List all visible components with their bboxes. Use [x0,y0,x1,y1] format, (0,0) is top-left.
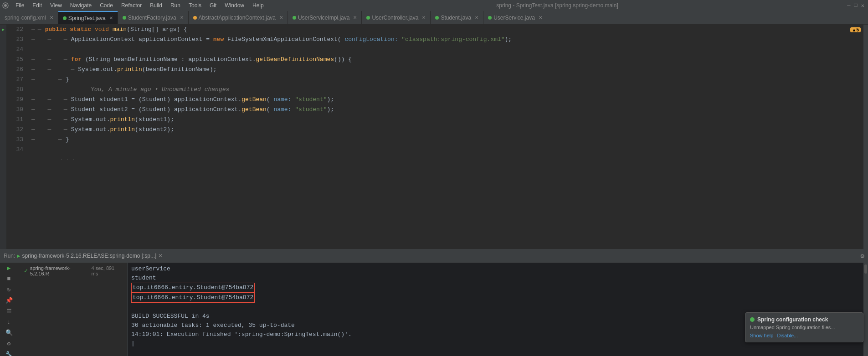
menu-code[interactable]: Code [96,1,117,10]
menu-window[interactable]: Window [221,1,248,10]
menu-help[interactable]: Help [249,1,267,10]
tab-abstractapp-close[interactable]: ✕ [279,15,283,20]
menu-edit[interactable]: Edit [29,1,46,10]
disable-link[interactable]: Disable... [777,333,798,338]
tab-springtest-dot [63,16,67,20]
svg-point-1 [4,4,7,7]
window-title: spring - SpringTest.java [spring.spring-… [268,2,847,9]
menu-bar: File Edit View Navigate Code Refactor Bu… [0,0,868,11]
line-num-28: 28 [6,85,23,95]
run-entry-list: ✓ spring-framework-5.2.16.R 4 sec, 891 m… [18,263,127,356]
maximize-button[interactable]: □ [854,2,858,9]
spring-popup-links: Show help Disable... [750,333,858,338]
alert-badge: ▲5 [850,27,861,32]
tab-userserviceimpl[interactable]: UserServiceImpl.java ✕ [288,11,362,25]
scrollbar-thumb[interactable] [864,264,867,274]
tab-usercontroller-dot [366,16,370,20]
menu-view[interactable]: View [46,1,66,10]
tab-student[interactable]: Student.java ✕ [431,11,483,25]
code-line-34 [31,145,863,155]
run-config-label[interactable]: spring-framework-5.2.16.RELEASE:spring-d… [22,253,157,259]
output-line-4: top.it6666.entiry.Student@754ba872 [131,293,860,303]
tab-student-label: Student.java [441,15,471,21]
run-btn[interactable]: ▶ [17,253,20,259]
run-filter-icon[interactable]: ☰ [4,308,14,315]
main-area: ▲5 ▶ 22 23 24 25 26 27 28 29 30 31 32 33 [0,25,868,249]
code-editor[interactable]: ▲5 ▶ 22 23 24 25 26 27 28 29 30 31 32 33 [0,25,868,249]
git-dashes-31: — — — [31,115,67,125]
right-scrollbar[interactable] [863,25,868,249]
line-num-33: 33 [6,135,23,145]
menu-file[interactable]: File [12,1,28,10]
line-num-31: 31 [6,115,23,125]
tab-studentfactory-close[interactable]: ✕ [180,15,184,20]
highlighted-output-1: top.it6666.entiry.Student@754ba872 [131,283,255,293]
run-entry-label: spring-framework-5.2.16.R [30,265,87,276]
menu-refactor[interactable]: Refactor [118,1,145,10]
tab-usercontroller-label: UserController.java [372,15,418,21]
code-line-26: — — — System.out.println(beanDefinitionN… [31,65,863,75]
git-dashes-23: — — — [31,35,67,45]
run-entry-item[interactable]: ✓ spring-framework-5.2.16.R 4 sec, 891 m… [20,264,125,277]
run-scroll-icon[interactable]: ↓ [4,319,14,325]
tab-userserviceimpl-dot [293,16,296,20]
run-play-icon[interactable]: ▶ [4,264,14,272]
menu-git[interactable]: Git [206,1,220,10]
run-settings2-icon[interactable]: ⚙ [4,340,14,347]
git-dashes-22: —— [31,25,41,35]
line-num-26: 26 [6,65,23,75]
run-wrench-icon[interactable]: 🔧 [4,351,14,356]
tab-userservice[interactable]: UserService.java ✕ [483,11,547,25]
code-line-29: — — — Student student1 = (Student) appli… [31,95,863,105]
tab-spring-config-close[interactable]: ✕ [50,15,53,20]
code-line-33: — — } [31,135,863,145]
code-line-28: You, A minute ago • Uncommitted changes [31,85,863,95]
git-dashes-26: — — — [31,65,74,75]
run-pin-icon[interactable]: 📌 [4,297,14,304]
menu-build[interactable]: Build [146,1,166,10]
bottom-content: ▶ ■ ↻ 📌 ☰ ↓ 🔍 ⚙ 🔧 ✓ spring-framework-5.2… [0,263,868,356]
run-settings-icon[interactable]: ⚙ [861,252,864,260]
app-logo [2,2,9,9]
run-find-icon[interactable]: 🔍 [4,329,14,336]
run-label: Run: [4,253,15,259]
run-stop-icon[interactable]: ■ [4,275,14,282]
code-line-27: — — } [31,75,863,85]
code-line-24 [31,45,863,55]
minimize-button[interactable]: ─ [847,2,850,9]
line-num-29: 29 [6,95,23,105]
run-rerun-icon[interactable]: ↻ [4,286,14,293]
tab-studentfactory-dot [123,16,126,20]
tab-springtest[interactable]: SpringTest.java ✕ [58,11,118,25]
tab-abstractapp[interactable]: AbstractApplicationContext.java ✕ [189,11,288,25]
tab-student-close[interactable]: ✕ [475,15,478,20]
code-line-23: — — — ApplicationContext applicationCont… [31,35,863,45]
line-num-27: 27 [6,75,23,85]
tab-spring-config[interactable]: spring-config.xml ✕ [0,11,58,25]
tab-studentfactory[interactable]: StudentFactory.java ✕ [118,11,189,25]
highlighted-output-2: top.it6666.entiry.Student@754ba872 [131,293,255,303]
output-scrollbar[interactable] [863,263,868,356]
tab-usercontroller-close[interactable]: ✕ [422,15,426,20]
tab-abstractapp-label: AbstractApplicationContext.java [199,15,276,21]
line-num-24: 24 [6,45,23,55]
close-button[interactable]: ✕ [861,2,864,9]
tab-userserviceimpl-close[interactable]: ✕ [353,15,357,20]
menu-navigate[interactable]: Navigate [67,1,95,10]
tab-userservice-close[interactable]: ✕ [539,15,542,20]
git-dashes-33: — — [31,135,62,145]
code-lines[interactable]: —— public static void main(String[] args… [27,25,863,249]
run-indicator[interactable]: ▶ [0,25,6,35]
show-help-link[interactable]: Show help [750,333,773,338]
code-line-32: — — — System.out.println(student2); [31,125,863,135]
menu-tools[interactable]: Tools [185,1,205,10]
output-line-1: userService [131,264,860,274]
code-line-ellipsis: · · · [31,155,863,165]
tab-springtest-close[interactable]: ✕ [109,15,113,20]
tab-usercontroller[interactable]: UserController.java ✕ [362,11,431,25]
tab-userservice-label: UserService.java [493,15,535,21]
git-dashes-25: — — — [31,55,67,65]
menu-run[interactable]: Run [167,1,184,10]
run-config-close[interactable]: ✕ [158,253,163,259]
spring-popup-title-text: Spring configuration check [757,316,828,323]
